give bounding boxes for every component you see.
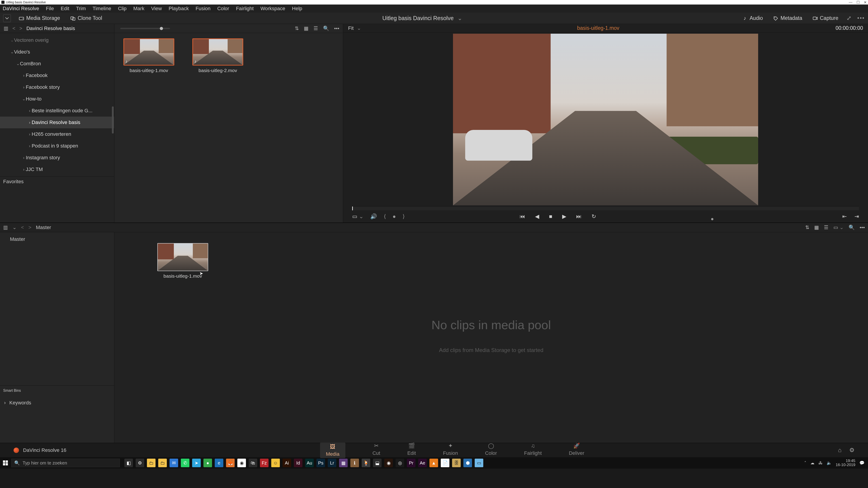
media-pool-area[interactable]: No clips in media pool Add clips from Me… [114, 232, 868, 443]
viewer-scrubber[interactable] [352, 206, 859, 210]
folder-row[interactable]: ⌄Vectoren overig [0, 34, 114, 46]
taskbar-app-settings[interactable]: ⚙ [135, 459, 144, 467]
tray-notifications-icon[interactable]: 💬 [860, 460, 864, 465]
page-media[interactable]: 🖼Media [320, 443, 345, 458]
go-last-frame[interactable]: ⏭ [576, 213, 582, 220]
tree-scrollbar[interactable] [112, 106, 114, 133]
grid-view-icon[interactable]: ▦ [814, 225, 819, 230]
taskbar-app-notes[interactable]: 📄 [441, 459, 450, 467]
menu-trim[interactable]: Trim [76, 6, 86, 11]
playhead[interactable] [352, 206, 353, 210]
list-view-icon[interactable]: ☰ [313, 26, 318, 31]
folder-row[interactable]: ›Facebook story [0, 81, 114, 93]
mute-toggle-icon[interactable]: 🔊 [370, 213, 377, 220]
grid-view-icon[interactable]: ▦ [304, 26, 309, 31]
clone-tool-button[interactable]: Clone Tool [68, 14, 104, 22]
taskbar-app-adobe-ps[interactable]: Ps [316, 459, 325, 467]
taskbar-app-task-view[interactable]: ◧ [124, 459, 133, 467]
menu-fusion[interactable]: Fusion [195, 6, 211, 11]
taskbar-app-mediainfo[interactable]: ℹ [350, 459, 359, 467]
play-reverse[interactable]: ◀ [535, 213, 539, 220]
folder-row[interactable]: ›H265 converteren [0, 128, 114, 140]
taskbar-app-obs[interactable]: ◎ [396, 459, 404, 467]
preview-viewport[interactable] [453, 34, 758, 205]
smart-bin-keywords[interactable]: › Keywords [0, 398, 114, 408]
folder-row[interactable]: ⌄Video's [0, 46, 114, 58]
bin-master[interactable]: Master [0, 234, 114, 245]
home-button-icon[interactable]: ⌂ [838, 447, 842, 454]
taskbar-app-wacom[interactable]: ⬓ [373, 459, 381, 467]
tray-network-icon[interactable]: 🖧 [818, 461, 823, 465]
menu-workspace[interactable]: Workspace [260, 6, 285, 11]
taskbar-app-adobe-lr[interactable]: Lr [328, 459, 336, 467]
play-button[interactable]: ▶ [562, 213, 566, 220]
page-edit[interactable]: 🎬Edit [407, 443, 416, 458]
nav-forward[interactable]: > [20, 26, 22, 31]
clip-view-toggle[interactable]: ▭ ⌄ [833, 225, 844, 230]
taskbar-app-chrome[interactable]: ◉ [237, 459, 246, 467]
project-settings-icon[interactable]: ⚙ [849, 447, 855, 454]
page-fairlight[interactable]: ♫Fairlight [524, 443, 541, 458]
menu-fairlight[interactable]: Fairlight [236, 6, 254, 11]
folder-row[interactable]: ›Instagram story [0, 152, 114, 164]
taskbar-app-app-yellow[interactable]: ☺ [271, 459, 280, 467]
workspace-layout-toggle[interactable] [3, 14, 11, 22]
expand-ui-toggle[interactable]: ⤢ [846, 15, 851, 22]
taskbar-app-adobe-id[interactable]: Id [294, 459, 303, 467]
sort-icon[interactable]: ⇅ [805, 225, 809, 230]
match-frame-prev[interactable]: ⟨ [384, 213, 386, 220]
more-options-icon[interactable]: ••• [334, 26, 339, 31]
media-storage-button[interactable]: Media Storage [17, 14, 62, 22]
folder-row[interactable]: ›Facebook [0, 70, 114, 81]
taskbar-app-maps[interactable]: ⬢ [463, 459, 472, 467]
taskbar-app-archive[interactable]: 🗄 [452, 459, 461, 467]
tray-overflow-icon[interactable]: ˄ [804, 460, 806, 465]
taskbar-app-adobe-ae[interactable]: Ae [418, 459, 427, 467]
menu-mark[interactable]: Mark [133, 6, 145, 11]
search-icon[interactable]: 🔍 [848, 225, 855, 230]
folder-row[interactable]: ›JJC TM [0, 164, 114, 175]
taskbar-app-resolve-tb[interactable]: ◉ [384, 459, 393, 467]
tray-volume-icon[interactable]: 🔈 [827, 460, 832, 465]
mark-in-out-dropdown[interactable]: ▭ ⌄ [352, 213, 364, 220]
viewer-zoom-select[interactable]: Fit ⌄ [348, 25, 361, 31]
folder-row[interactable]: ⌄How-to [0, 93, 114, 105]
folder-row[interactable]: ›Beste instellingen oude G... [0, 105, 114, 117]
nav-back[interactable]: < [12, 26, 16, 31]
page-deliver[interactable]: 🚀Deliver [569, 443, 584, 458]
taskbar-app-adobe-au[interactable]: Au [305, 459, 314, 467]
audio-panel-toggle[interactable]: ♪ Audio [740, 14, 765, 22]
bins-back[interactable]: < [21, 225, 24, 230]
folder-row[interactable]: ›Davinci Resolve basis [0, 117, 114, 128]
taskbar-app-whatsapp[interactable]: ✆ [181, 459, 189, 467]
window-close[interactable]: ✕ [864, 0, 867, 4]
taskbar-clock[interactable]: 19:45 16-10-2019 [836, 459, 855, 467]
set-in-point[interactable]: ⇤ [842, 213, 847, 220]
taskbar-search[interactable]: 🔍 Typ hier om te zoeken [11, 459, 120, 467]
bins-forward[interactable]: > [29, 225, 31, 230]
viewer-timecode[interactable]: 00:00:00:00 [835, 25, 863, 31]
search-icon[interactable]: 🔍 [323, 26, 329, 31]
menu-file[interactable]: File [46, 6, 54, 11]
clip-item[interactable]: ♪basis-uitleg-1.mov [123, 38, 174, 73]
tray-onedrive-icon[interactable]: ☁ [810, 460, 814, 465]
start-button[interactable] [1, 459, 9, 467]
loop-toggle[interactable]: ↻ [592, 213, 596, 220]
taskbar-app-adobe-ai[interactable]: Ai [283, 459, 291, 467]
taskbar-app-explorer-2[interactable]: 🗀 [158, 459, 167, 467]
menu-davinci-resolve[interactable]: DaVinci Resolve [3, 6, 39, 11]
taskbar-app-app-green[interactable]: ● [204, 459, 212, 467]
folder-row[interactable]: ⌄ComBron [0, 58, 114, 70]
page-cut[interactable]: ✂Cut [373, 443, 380, 458]
taskbar-app-adobe-pr[interactable]: Pr [407, 459, 415, 467]
taskbar-app-mail[interactable]: ✉ [169, 459, 178, 467]
menu-view[interactable]: View [151, 6, 162, 11]
taskbar-app-explorer[interactable]: 🗀 [147, 459, 156, 467]
mediapool-breadcrumb[interactable]: Master [36, 225, 51, 230]
sort-icon[interactable]: ⇅ [295, 26, 299, 31]
menu-clip[interactable]: Clip [118, 6, 127, 11]
folder-row[interactable]: ›Podcast in 9 stappen [0, 140, 114, 152]
sidebar-toggle-icon[interactable]: ▥ [4, 26, 8, 31]
match-frame-next[interactable]: ⟩ [403, 213, 405, 220]
menu-help[interactable]: Help [292, 6, 302, 11]
